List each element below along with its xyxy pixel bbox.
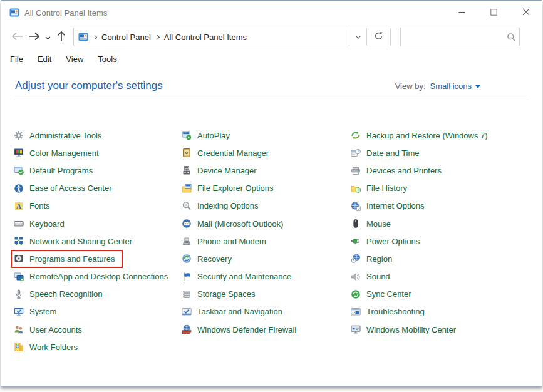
control-panel-item-devices-and-printers[interactable]: Devices and Printers	[351, 162, 542, 179]
control-panel-item-keyboard[interactable]: Keyboard	[14, 215, 182, 232]
header-row: Adjust your computer's settings View by:…	[1, 80, 542, 92]
window-controls	[446, 1, 542, 24]
control-panel-item-windows-mobility-center[interactable]: Windows Mobility Center	[351, 321, 542, 338]
close-button[interactable]	[510, 1, 542, 24]
control-panel-item-internet-options[interactable]: Internet Options	[351, 197, 542, 215]
titlebar: All Control Panel Items	[1, 1, 542, 24]
control-panel-item-sync-center[interactable]: Sync Center	[351, 286, 542, 303]
search-input[interactable]	[401, 28, 503, 46]
item-label: Programs and Features	[29, 254, 115, 264]
control-panel-item-troubleshooting[interactable]: Troubleshooting	[351, 303, 542, 321]
control-panel-item-security-and-maintenance[interactable]: Security and Maintenance	[182, 268, 351, 286]
main-content: Adjust your computer's settings View by:…	[1, 68, 542, 386]
control-panel-item-work-folders[interactable]: Work Folders	[14, 338, 182, 356]
forward-button[interactable]	[26, 28, 43, 46]
ease-of-access-icon	[14, 183, 24, 193]
control-panel-item-default-programs[interactable]: Default Programs	[14, 162, 182, 179]
control-panel-item-speech-recognition[interactable]: Speech Recognition	[14, 286, 182, 303]
internet-options-icon	[351, 201, 361, 211]
page-title: Adjust your computer's settings	[15, 80, 395, 92]
item-label: AutoPlay	[197, 131, 230, 140]
back-button[interactable]	[9, 28, 26, 46]
item-label: Backup and Restore (Windows 7)	[366, 131, 488, 140]
menu-tools[interactable]: Tools	[98, 53, 123, 66]
power-options-icon	[351, 236, 361, 246]
item-label: Mail (Microsoft Outlook)	[197, 219, 283, 229]
control-panel-item-device-manager[interactable]: Device Manager	[182, 162, 351, 179]
control-panel-items-grid: Administrative ToolsColor ManagementDefa…	[1, 126, 542, 356]
control-panel-item-autoplay[interactable]: AutoPlay	[182, 126, 351, 144]
maximize-button[interactable]	[478, 1, 510, 24]
item-label: Administrative Tools	[29, 131, 101, 140]
control-panel-item-storage-spaces[interactable]: Storage Spaces	[182, 286, 351, 303]
control-panel-item-taskbar-and-navigation[interactable]: Taskbar and Navigation	[182, 303, 351, 321]
view-by-dropdown[interactable]: Small icons	[430, 81, 480, 91]
control-panel-item-recovery[interactable]: Recovery	[182, 250, 351, 267]
menu-file[interactable]: File	[10, 53, 29, 66]
control-panel-item-system[interactable]: System	[14, 303, 182, 321]
control-panel-item-color-management[interactable]: Color Management	[14, 144, 182, 162]
control-panel-item-network-and-sharing-center[interactable]: Network and Sharing Center	[14, 232, 182, 250]
control-panel-item-fonts[interactable]: AFonts	[14, 197, 182, 215]
minimize-button[interactable]	[446, 1, 478, 24]
item-label: Power Options	[366, 237, 420, 246]
control-panel-item-file-history[interactable]: File History	[351, 180, 542, 197]
control-panel-item-windows-defender-firewall[interactable]: Windows Defender Firewall	[182, 321, 351, 338]
device-manager-icon	[182, 165, 192, 175]
breadcrumb-item-control-panel[interactable]: Control Panel	[99, 33, 153, 42]
keyboard-icon	[14, 219, 24, 229]
control-panel-item-credential-manager[interactable]: Credential Manager	[182, 144, 351, 162]
refresh-button[interactable]	[366, 28, 391, 46]
address-dropdown-button[interactable]	[349, 28, 366, 46]
item-label: Ease of Access Center	[29, 183, 112, 193]
control-panel-item-administrative-tools[interactable]: Administrative Tools	[14, 126, 182, 144]
control-panel-item-user-accounts[interactable]: User Accounts	[14, 321, 182, 338]
maximize-icon	[490, 8, 497, 18]
control-panel-item-mail-microsoft-outlook[interactable]: Mail (Microsoft Outlook)	[182, 215, 351, 232]
control-panel-item-date-and-time[interactable]: Date and Time	[351, 144, 542, 162]
items-column-2: AutoPlayCredential ManagerDevice Manager…	[182, 126, 351, 356]
item-label: Network and Sharing Center	[29, 237, 132, 246]
recent-locations-button[interactable]	[43, 28, 53, 46]
forward-icon	[28, 32, 40, 43]
control-panel-item-sound[interactable]: Sound	[351, 268, 542, 286]
administrative-tools-icon	[14, 130, 24, 140]
control-panel-icon	[9, 8, 19, 18]
breadcrumb-item-all-control-panel-items[interactable]: All Control Panel Items	[162, 33, 249, 42]
file-explorer-options-icon	[182, 183, 192, 193]
refresh-icon	[374, 31, 383, 43]
item-label: Troubleshooting	[366, 307, 425, 316]
control-panel-item-ease-of-access-center[interactable]: Ease of Access Center	[14, 180, 182, 197]
control-panel-item-mouse[interactable]: Mouse	[351, 215, 542, 232]
control-panel-item-power-options[interactable]: Power Options	[351, 232, 542, 250]
control-panel-item-phone-and-modem[interactable]: Phone and Modem	[182, 232, 351, 250]
control-panel-item-region[interactable]: Region	[351, 250, 542, 267]
default-programs-icon	[14, 165, 24, 175]
address-bar-group: Control Panel All Control Panel Items	[73, 28, 391, 46]
devices-printers-icon	[351, 165, 361, 175]
control-panel-item-file-explorer-options[interactable]: File Explorer Options	[182, 180, 351, 197]
work-folders-icon	[14, 342, 24, 352]
network-sharing-icon	[14, 236, 24, 246]
control-panel-item-backup-and-restore-windows-7[interactable]: Backup and Restore (Windows 7)	[351, 126, 542, 144]
breadcrumb-chevron-icon	[93, 34, 97, 39]
control-panel-item-programs-and-features[interactable]: Programs and Features	[11, 250, 123, 267]
speech-recognition-icon	[14, 289, 24, 299]
back-icon	[11, 32, 23, 43]
menu-edit[interactable]: Edit	[38, 53, 58, 66]
item-label: Device Manager	[197, 166, 257, 175]
mobility-center-icon	[351, 324, 361, 334]
item-label: Region	[366, 254, 392, 264]
item-label: Keyboard	[29, 219, 65, 229]
menu-view[interactable]: View	[66, 53, 90, 66]
address-bar[interactable]: Control Panel All Control Panel Items	[73, 28, 349, 46]
item-label: Security and Maintenance	[197, 272, 291, 281]
navigation-bar: Control Panel All Control Panel Items	[1, 24, 542, 49]
control-panel-item-indexing-options[interactable]: Indexing Options	[182, 197, 351, 215]
up-button[interactable]	[53, 28, 70, 46]
item-label: Work Folders	[29, 343, 78, 352]
item-label: Storage Spaces	[197, 289, 256, 299]
control-panel-item-remoteapp-and-desktop-connections[interactable]: RemoteApp and Desktop Connections	[14, 268, 182, 286]
search-icon	[503, 33, 519, 42]
item-label: Phone and Modem	[197, 237, 266, 246]
